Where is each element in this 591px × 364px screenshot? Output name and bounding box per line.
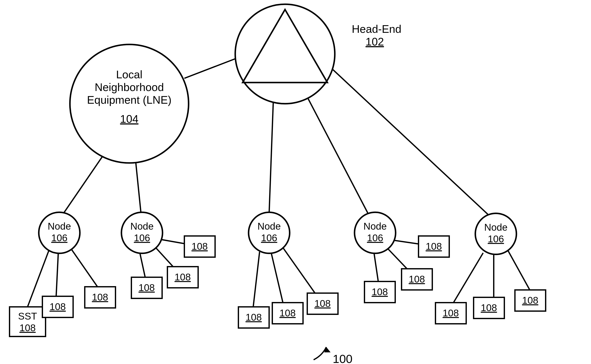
sst-ref: 108 [20,322,36,333]
node-4-label: Node [363,221,387,232]
leaf-ref: 108 [139,282,155,293]
lne: Local Neighborhood Equipment (LNE) 104 [70,45,188,163]
node-2: Node 106 [121,212,162,253]
leaf-box: 108 [131,277,162,298]
leaf-box: 108 [418,236,449,257]
leaf-box: 108 [42,296,73,318]
leaf-ref: 108 [192,241,208,252]
node-5-ref: 106 [488,234,504,244]
node-3-label: Node [257,221,281,232]
leaf-box: 108 [307,293,338,314]
svg-line-20 [508,250,530,290]
leaf-ref: 108 [92,292,108,303]
leaf-ref: 108 [280,307,296,318]
figure-ref-text: 100 [333,352,352,364]
lne-line2: Neighborhood [95,81,164,93]
leaf-ref: 108 [481,302,497,313]
node-2-label: Node [130,221,154,232]
leaf-box: 108 [168,267,198,288]
node-3-ref: 106 [261,232,277,243]
svg-line-2 [303,89,369,215]
sst-label: SST [18,311,37,322]
svg-line-8 [71,249,97,287]
leaf-box: 108 [272,303,303,324]
node-2-ref: 106 [134,232,150,243]
leaf-box: 108 [85,287,115,308]
leaf-box: 108 [402,269,432,290]
leaf-ref: 108 [522,295,538,306]
lne-ref: 104 [120,113,139,125]
head-end-title: Head-End [352,23,401,35]
node-1: Node 106 [39,212,80,253]
node-4-ref: 106 [367,232,383,243]
svg-line-14 [283,248,316,294]
svg-line-18 [453,253,483,303]
svg-line-0 [184,57,239,78]
svg-line-7 [56,253,58,296]
node-1-label: Node [48,221,71,232]
leaf-box: 108 [474,297,504,318]
svg-line-12 [253,252,260,307]
sst-box: SST 108 [10,307,46,337]
svg-line-9 [140,253,145,277]
leaf-ref: 108 [175,272,191,283]
leaf-box: 108 [238,307,269,328]
lne-line1: Local [116,68,142,81]
leaf-box: 108 [184,236,215,257]
node-5-label: Node [484,222,508,233]
svg-line-5 [136,161,141,213]
leaf-box: 108 [364,281,395,303]
leaf-ref: 108 [372,286,388,297]
leaf-ref: 108 [443,307,459,318]
head-end-ref: 102 [366,36,384,48]
svg-line-13 [271,253,283,303]
figure-ref: 100 [314,347,352,364]
node-1-ref: 106 [51,232,67,243]
leaf-ref: 108 [50,301,66,312]
leaf-ref: 108 [315,298,331,309]
svg-point-21 [235,4,335,104]
svg-line-4 [62,151,106,215]
node-4: Node 106 [355,212,396,253]
leaf-ref: 108 [426,241,442,252]
svg-line-1 [269,99,273,214]
svg-line-15 [374,253,378,281]
head-end: Head-End 102 [235,4,401,104]
leaf-box: 108 [515,290,546,311]
leaf-ref: 108 [409,274,425,285]
leaf-box: 108 [436,303,466,324]
diagram-svg: Head-End 102 Local Neighborhood Equipmen… [0,0,591,364]
lne-line3: Equipment (LNE) [87,94,172,106]
node-5: Node 106 [475,213,517,254]
leaf-ref: 108 [246,312,262,323]
svg-line-3 [326,64,490,216]
node-3: Node 106 [248,212,290,253]
